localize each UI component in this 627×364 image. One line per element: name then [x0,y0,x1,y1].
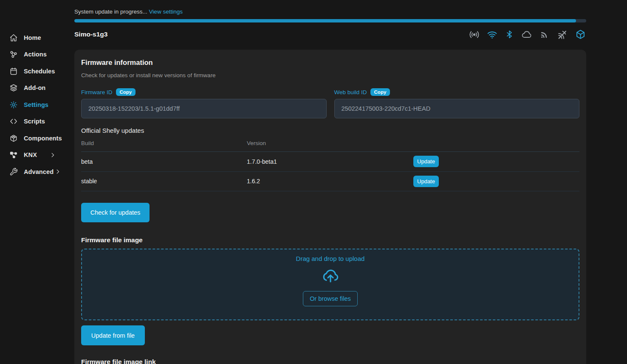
sidebar-item-label: Advanced [24,168,54,175]
update-progress-fill [74,19,576,22]
web-build-id-label: Web build ID [334,89,367,95]
web-build-id-copy-button[interactable]: Copy [370,88,390,96]
sidebar-item-label: KNX [24,151,37,158]
web-build-id-value[interactable]: 250224175003-220cd7c1-HEAD [334,99,580,118]
version-cell: 1.6.2 [247,178,413,185]
sidebar-item-addon[interactable]: Add-on [0,80,68,97]
firmware-id-label: Firmware ID [81,89,113,95]
table-row-stable: stable 1.6.2 Update [81,172,579,192]
advanced-wrench-icon [9,168,18,176]
update-beta-button[interactable]: Update [413,156,439,167]
firmware-id-value[interactable]: 20250318-152203/1.5.1-g01dd7ff [81,99,327,118]
chevron-right-icon [48,152,63,158]
card-title: Firmware information [81,59,579,67]
knx-icon [9,151,18,159]
main-area: System update in progress... View settin… [68,0,627,364]
chevron-right-icon [54,168,68,175]
wifi-icon[interactable] [487,29,497,40]
schedules-icon [9,67,18,76]
sidebar: Home Actions Schedules Add-on Settings S… [0,0,68,364]
build-cell: stable [81,178,247,185]
version-cell: 1.7.0-beta1 [247,158,413,165]
view-settings-link[interactable]: View settings [149,8,183,15]
update-banner-message: System update in progress... [74,8,147,15]
components-icon [9,134,18,143]
sidebar-item-scripts[interactable]: Scripts [0,113,68,130]
sidebar-item-actions[interactable]: Actions [0,46,68,63]
firmware-dropzone[interactable]: Drag and drop to upload Or browse files [81,249,579,320]
sidebar-item-label: Settings [24,101,48,108]
cloud-upload-icon [320,265,341,286]
status-icon-bar [469,29,586,40]
card-subtitle: Check for updates or install new version… [81,72,579,78]
check-for-updates-button[interactable]: Check for updates [81,203,150,222]
cloud-icon[interactable] [521,29,532,40]
firmware-file-link-title: Firmware file image link [81,358,579,364]
official-updates-title: Official Shelly updates [81,127,579,134]
sidebar-item-schedules[interactable]: Schedules [0,63,68,80]
sidebar-item-advanced[interactable]: Advanced [0,163,68,180]
page-header: Simo-s1g3 [74,28,586,41]
package-icon[interactable] [575,29,586,40]
sidebar-item-label: Schedules [24,68,55,75]
addon-icon [9,84,18,92]
update-stable-button[interactable]: Update [413,176,439,187]
update-from-file-button[interactable]: Update from file [81,325,145,345]
firmware-id-field: Firmware ID Copy 20250318-152203/1.5.1-g… [81,88,327,118]
mqtt-off-icon[interactable] [557,29,568,40]
actions-icon [9,50,18,59]
firmware-card: Firmware information Check for updates o… [74,50,586,364]
update-banner: System update in progress... View settin… [74,8,586,15]
sidebar-item-home[interactable]: Home [0,29,68,46]
sidebar-item-components[interactable]: Components [0,130,68,147]
bluetooth-icon[interactable] [505,30,514,39]
table-row-beta: beta 1.7.0-beta1 Update [81,152,579,172]
update-progress-bar [74,19,586,22]
firmware-file-image-title: Firmware file image [81,236,579,244]
sidebar-item-label: Scripts [24,118,45,125]
access-point-icon[interactable] [469,29,480,40]
column-version: Version [247,140,413,146]
updates-table-header: Build Version [81,134,579,152]
sidebar-item-label: Actions [24,51,47,58]
sidebar-item-label: Components [24,135,62,142]
dropzone-text: Drag and drop to upload [296,255,365,262]
build-cell: beta [81,158,247,165]
sidebar-item-label: Add-on [24,84,45,91]
home-icon [9,34,18,42]
sidebar-item-label: Home [24,34,41,41]
sidebar-item-settings[interactable]: Settings [0,96,68,113]
firmware-id-copy-button[interactable]: Copy [116,88,136,96]
settings-gear-icon [9,101,18,109]
device-name: Simo-s1g3 [74,31,107,38]
rss-icon[interactable] [539,29,550,39]
sidebar-item-knx[interactable]: KNX [0,147,68,164]
browse-files-button[interactable]: Or browse files [303,291,358,306]
column-build: Build [81,140,247,146]
id-fields-row: Firmware ID Copy 20250318-152203/1.5.1-g… [81,88,579,118]
scripts-icon [9,117,18,126]
web-build-id-field: Web build ID Copy 250224175003-220cd7c1-… [334,88,580,118]
